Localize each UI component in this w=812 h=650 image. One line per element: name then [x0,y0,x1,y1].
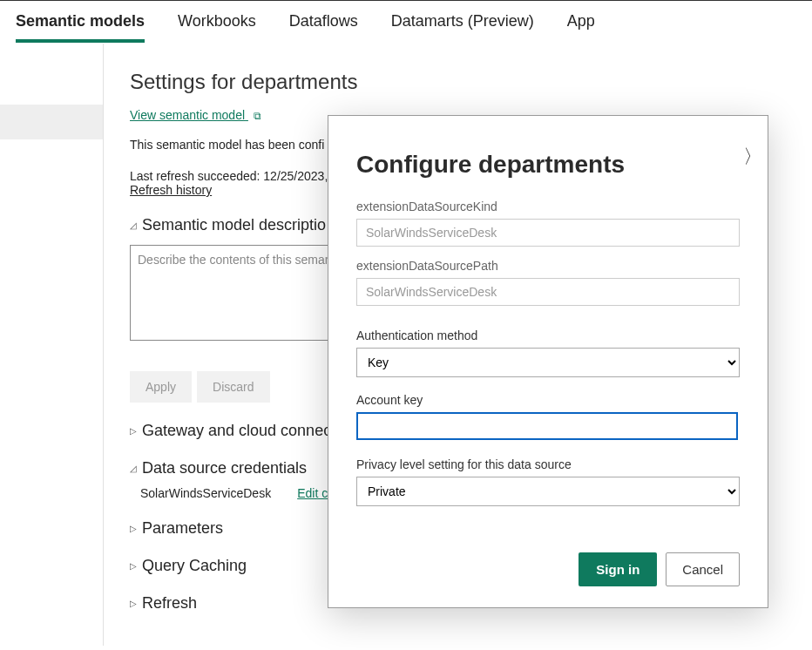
data-source-name: SolarWindsServiceDesk [140,486,271,500]
cancel-button[interactable]: Cancel [666,552,740,586]
account-key-input[interactable] [356,412,738,440]
tab-workbooks[interactable]: Workbooks [178,7,256,43]
external-link-icon: ⧉ [254,110,261,122]
sidebar-selected-item[interactable] [0,105,103,139]
account-key-label: Account key [356,393,740,407]
discard-button[interactable]: Discard [197,371,269,403]
tab-app[interactable]: App [567,7,595,43]
last-refresh-text: Last refresh succeeded: 12/25/2023, [130,169,328,183]
section-ds-credentials-title: Data source credentials [142,459,307,477]
section-gateway-title: Gateway and cloud connec [142,422,331,440]
path-label: extensionDataSourcePath [356,259,740,273]
section-description-title: Semantic model descriptio [142,216,326,234]
caret-closed-icon: ▷ [130,599,139,608]
kind-input [356,219,740,247]
edit-credentials-link[interactable]: Edit c [297,486,328,500]
close-icon[interactable]: 〉 [743,144,762,170]
caret-open-icon: ◿ [130,220,139,230]
view-link-label: View semantic model [130,108,245,122]
apply-button[interactable]: Apply [130,371,192,403]
tabs-row: Semantic models Workbooks Dataflows Data… [0,0,812,44]
caret-closed-icon: ▷ [130,524,139,533]
privacy-select[interactable]: Private [356,477,740,506]
tab-datamarts[interactable]: Datamarts (Preview) [391,7,534,43]
privacy-label: Privacy level setting for this data sour… [356,457,740,471]
tab-dataflows[interactable]: Dataflows [289,7,358,43]
refresh-history-link[interactable]: Refresh history [130,183,212,197]
page-title: Settings for departments [130,70,812,94]
caret-closed-icon: ▷ [130,561,139,571]
section-query-caching-title: Query Caching [142,557,247,575]
section-refresh-title: Refresh [142,594,197,613]
path-input [356,278,740,306]
tab-semantic-models[interactable]: Semantic models [16,7,145,43]
configure-modal: 〉 Configure departments extensionDataSou… [328,115,768,608]
modal-title: Configure departments [356,151,740,179]
section-parameters-title: Parameters [142,519,223,538]
caret-open-icon: ◿ [130,464,139,473]
kind-label: extensionDataSourceKind [356,200,740,213]
auth-method-label: Authentication method [356,328,740,342]
signin-button[interactable]: Sign in [579,552,657,586]
view-semantic-model-link[interactable]: View semantic model ⧉ [130,108,261,122]
auth-method-select[interactable]: Key [356,348,740,377]
caret-closed-icon: ▷ [130,426,139,436]
